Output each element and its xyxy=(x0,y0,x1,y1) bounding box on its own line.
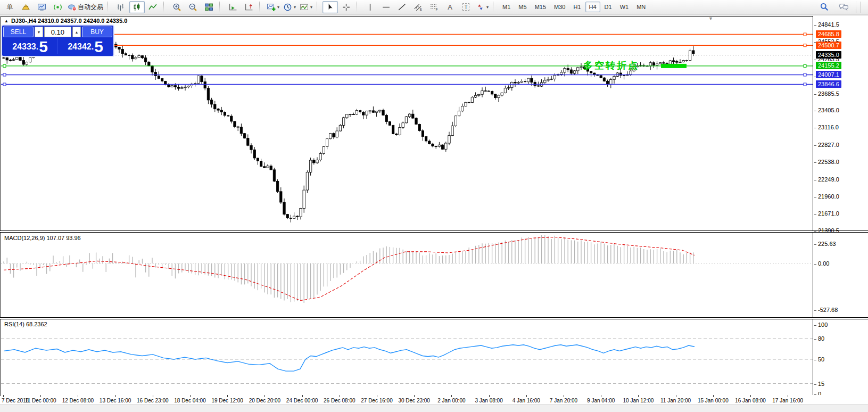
vertical-line-tool-button[interactable] xyxy=(362,1,378,13)
time-axis-label: 30 Dec 23:00 xyxy=(398,398,430,403)
arrows-tool-icon xyxy=(476,3,485,12)
price-tick-label: 23405.0 xyxy=(818,107,839,113)
trendline-icon xyxy=(398,3,407,12)
chart-title-arrow-icon[interactable]: ▲ xyxy=(4,19,9,23)
new-order-label: 单 xyxy=(7,3,13,12)
autotrading-label: 自动交易 xyxy=(78,3,103,12)
candlestick-mode-button[interactable] xyxy=(129,1,145,13)
timeframe-m30-button[interactable]: M30 xyxy=(550,2,569,12)
buy-price[interactable]: 24342. 5 xyxy=(59,38,112,54)
buy-price-main: 24342. xyxy=(68,40,94,54)
toolbar-overflow-grip[interactable] xyxy=(856,2,861,13)
search-button[interactable] xyxy=(816,1,832,13)
tile-windows-button[interactable] xyxy=(201,1,217,13)
time-axis-label: 26 Dec 08:00 xyxy=(324,398,356,403)
indicators-dropdown-arrow[interactable]: ▾ xyxy=(310,5,312,10)
crosshair-tool-button[interactable] xyxy=(338,1,354,13)
crosshair-icon xyxy=(342,3,351,12)
new-chart-dropdown-arrow[interactable]: ▾ xyxy=(277,5,279,10)
time-axis-label: 7 Jan 20:00 xyxy=(550,398,577,403)
time-tick xyxy=(564,395,564,397)
periods-dropdown-arrow[interactable]: ▾ xyxy=(294,5,296,10)
time-tick xyxy=(40,395,41,397)
chart-shift-marker-icon[interactable]: ▼ xyxy=(708,16,713,21)
arrows-dropdown-arrow[interactable]: ▾ xyxy=(486,5,489,10)
chart-shift-button[interactable] xyxy=(241,1,257,13)
line-chart-mode-button[interactable] xyxy=(145,1,161,13)
new-order-button[interactable]: 单 xyxy=(2,1,18,13)
time-tick xyxy=(713,395,714,397)
arrows-tool-button[interactable]: ▾ xyxy=(474,1,490,13)
price-chart-canvas[interactable] xyxy=(1,17,813,230)
trade-panel-top-row: SELL ▼ ▲ BUY xyxy=(2,26,113,38)
signal-button[interactable] xyxy=(50,1,65,13)
time-axis-label: 11 Dec 00:00 xyxy=(25,398,56,403)
volume-decrease-button[interactable]: ▼ xyxy=(35,27,43,37)
buy-price-big-digit: 5 xyxy=(94,39,103,54)
resistance-2-price-badge: 24500.7 xyxy=(816,42,841,49)
periods-button[interactable]: ▾ xyxy=(282,1,297,13)
sell-price[interactable]: 24333. 5 xyxy=(3,38,57,54)
trendline-tool-button[interactable] xyxy=(394,1,410,13)
buy-button[interactable]: BUY xyxy=(82,27,112,37)
equidistant-channel-tool-button[interactable]: E xyxy=(410,1,426,13)
chart-shift-icon xyxy=(244,3,253,12)
equidistant-channel-icon: E xyxy=(414,3,423,12)
time-axis-label: 27 Dec 16:00 xyxy=(361,398,393,403)
timeframe-h4-button[interactable]: H4 xyxy=(585,2,600,12)
time-axis[interactable]: 7 Dec 201811 Dec 00:0012 Dec 08:0013 Dec… xyxy=(1,395,868,405)
timeframe-d1-button[interactable]: D1 xyxy=(601,2,616,12)
rsi-canvas[interactable] xyxy=(1,319,813,395)
indicators-icon xyxy=(300,3,309,12)
line-chart-icon xyxy=(148,3,158,12)
autotrading-button[interactable]: 自动交易 xyxy=(66,1,105,13)
macd-canvas[interactable] xyxy=(1,233,813,317)
toolbar-right-group xyxy=(816,1,866,13)
volume-increase-button[interactable]: ▲ xyxy=(72,27,81,37)
zoom-in-icon xyxy=(172,3,181,12)
auto-scroll-button[interactable] xyxy=(225,1,241,13)
gold-ingot-icon xyxy=(21,3,30,12)
toolbar-separator xyxy=(317,2,320,12)
zoom-in-button[interactable] xyxy=(169,1,185,13)
timeframe-h1-button[interactable]: H1 xyxy=(569,2,584,12)
zoom-out-button[interactable] xyxy=(185,1,201,13)
sell-button[interactable]: SELL xyxy=(3,27,34,37)
time-axis-label: 18 Dec 04:00 xyxy=(174,398,206,403)
cursor-tool-button[interactable] xyxy=(323,1,338,13)
text-label-tool-button[interactable]: T xyxy=(458,1,474,13)
candlestick-icon xyxy=(133,3,142,12)
timeframe-w1-button[interactable]: W1 xyxy=(616,2,633,12)
resistance-1-price-badge: 24685.8 xyxy=(816,30,841,38)
fibonacci-tool-button[interactable]: F xyxy=(426,1,442,13)
new-chart-button[interactable]: ▾ xyxy=(265,1,281,13)
horizontal-line-tool-button[interactable] xyxy=(378,1,394,13)
time-axis-label: 13 Dec 16:00 xyxy=(100,398,131,403)
time-axis-label: 15 Jan 00:00 xyxy=(698,398,729,403)
price-tick-label: 22249.0 xyxy=(818,176,839,183)
search-icon xyxy=(820,2,829,12)
chat-button[interactable] xyxy=(836,1,852,13)
timeframe-m15-button[interactable]: M15 xyxy=(531,2,550,12)
support-2-price-badge: 23846.6 xyxy=(816,80,841,88)
toolbar-separator xyxy=(163,2,167,12)
time-tick xyxy=(638,395,639,397)
time-tick xyxy=(526,395,527,397)
volume-input[interactable] xyxy=(44,27,71,37)
time-axis-label: 3 Jan 08:00 xyxy=(475,398,502,403)
bar-chart-mode-button[interactable] xyxy=(113,1,129,13)
chart-window-button[interactable] xyxy=(34,1,49,13)
timeframe-mn-button[interactable]: MN xyxy=(633,2,649,12)
time-tick xyxy=(676,395,676,397)
price-tick-label: 21960.0 xyxy=(818,193,839,200)
timeframe-m1-button[interactable]: M1 xyxy=(499,2,514,12)
indicators-button[interactable]: ▾ xyxy=(298,1,314,13)
support-1-price-badge: 24007.1 xyxy=(816,71,841,78)
time-axis-label: 19 Dec 12:00 xyxy=(211,398,243,403)
time-tick xyxy=(3,395,4,397)
text-tool-button[interactable]: A xyxy=(442,1,458,13)
pivot-price-badge: 24155.2 xyxy=(816,62,841,69)
price-axis[interactable]: 24841.524552.524263.523974.523685.523405… xyxy=(813,16,868,397)
timeframe-m5-button[interactable]: M5 xyxy=(515,2,530,12)
gold-ingot-button[interactable] xyxy=(18,1,34,13)
